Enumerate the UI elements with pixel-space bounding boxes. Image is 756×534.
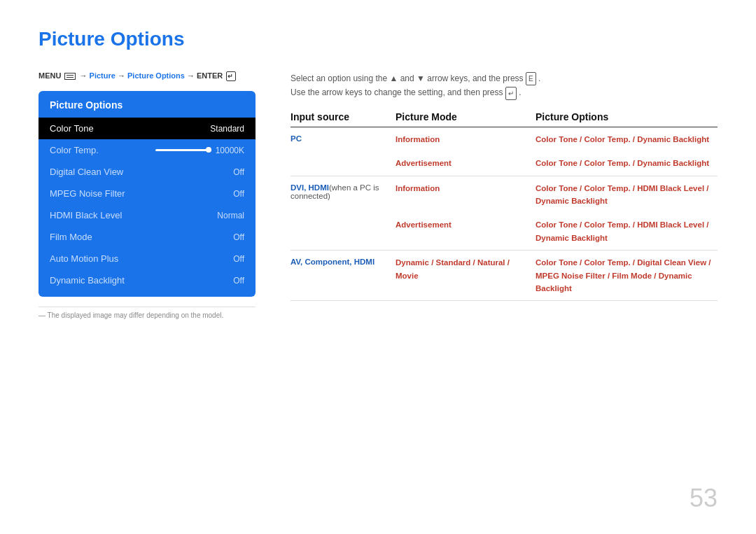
mode-dvi-adv: Advertisement [396, 218, 536, 244]
row-group-pc: PC Information Color Tone / Color Temp. … [290, 127, 718, 176]
menu-item-digital-clean-view[interactable]: Digital Clean View Off [38, 161, 255, 183]
color-temp-label: Color Temp. [50, 145, 99, 155]
menu-item-dynamic-backlight[interactable]: Dynamic Backlight Off [38, 269, 255, 291]
color-temp-value: 10000K [216, 146, 244, 155]
row-group-dvi: DVI, HDMI(when a PC is connected) Inform… [290, 176, 718, 251]
slider-thumb [206, 147, 211, 153]
auto-motion-label: Auto Motion Plus [50, 253, 118, 264]
color-temp-slider-container: 10000K [99, 146, 244, 155]
input-dvi-empty [290, 218, 396, 244]
menu-label: MENU [38, 71, 61, 80]
arrow1: → [80, 71, 88, 80]
dynamic-backlight-label: Dynamic Backlight [50, 275, 125, 286]
film-mode-label: Film Mode [50, 232, 92, 242]
mode-pc-adv: Advertisement [396, 157, 536, 169]
col-header-mode: Picture Mode [396, 111, 536, 122]
hdmi-black-value: Normal [217, 211, 244, 220]
arrow3: → [187, 71, 195, 80]
table-header: Input source Picture Mode Picture Option… [290, 111, 718, 127]
table-row: PC Information Color Tone / Color Temp. … [290, 127, 718, 151]
input-av: AV, Component, HDMI [290, 256, 396, 295]
menu-item-film-mode[interactable]: Film Mode Off [38, 226, 255, 248]
note-text: ― The displayed image may differ dependi… [38, 311, 255, 319]
left-panel: MENU → Picture → Picture Options → ENTER… [38, 71, 255, 319]
options-pc-info: Color Tone / Color Temp. / Dynamic Backl… [536, 133, 718, 146]
options-av: Color Tone / Color Temp. / Digital Clean… [536, 256, 718, 295]
options-dvi-adv: Color Tone / Color Temp. / HDMI Black Le… [536, 218, 718, 244]
instruction-line-2: Use the arrow keys to change the setting… [290, 85, 718, 99]
table-row: Advertisement Color Tone / Color Temp. /… [290, 151, 718, 175]
film-mode-value: Off [233, 232, 244, 242]
picture-link: Picture [90, 71, 115, 80]
input-dvi: DVI, HDMI(when a PC is connected) [290, 182, 396, 208]
color-tone-value: Standard [210, 124, 244, 134]
mpeg-noise-value: Off [233, 189, 244, 199]
mode-pc-info: Information [396, 133, 536, 146]
period2: . [519, 87, 521, 97]
color-temp-slider[interactable] [155, 149, 211, 151]
color-tone-label: Color Tone [50, 123, 94, 134]
instructions: Select an option using the ▲ and ▼ arrow… [290, 71, 718, 100]
right-panel: Select an option using the ▲ and ▼ arrow… [290, 71, 718, 319]
enter-label: ENTER [197, 71, 223, 80]
input-pc-empty [290, 157, 396, 169]
digital-clean-view-label: Digital Clean View [50, 167, 123, 177]
divider [38, 307, 255, 307]
table-row: Advertisement Color Tone / Color Temp. /… [290, 213, 718, 250]
options-table: Input source Picture Mode Picture Option… [290, 111, 718, 302]
mode-dvi-info: Information [396, 182, 536, 208]
digital-clean-view-value: Off [233, 167, 244, 177]
table-row: AV, Component, HDMI Dynamic / Standard /… [290, 251, 718, 300]
dynamic-backlight-value: Off [233, 276, 244, 286]
menu-item-mpeg-noise[interactable]: MPEG Noise Filter Off [38, 183, 255, 204]
auto-motion-value: Off [233, 254, 244, 264]
mode-av: Dynamic / Standard / Natural / Movie [396, 256, 536, 295]
box-title: Picture Options [38, 91, 255, 118]
menu-item-color-temp[interactable]: Color Temp. 10000K [38, 139, 255, 161]
picture-options-menu: Picture Options Color Tone Standard Colo… [38, 91, 255, 297]
confirm-key-icon: E [526, 72, 536, 85]
table-row: DVI, HDMI(when a PC is connected) Inform… [290, 176, 718, 213]
menu-item-hdmi-black[interactable]: HDMI Black Level Normal [38, 204, 255, 226]
options-link: Picture Options [127, 71, 185, 80]
page-number: 53 [690, 484, 718, 513]
enter-icon [226, 71, 236, 81]
period: . [538, 73, 540, 83]
options-pc-adv: Color Tone / Color Temp. / Dynamic Backl… [536, 157, 718, 169]
menu-icon [64, 73, 76, 80]
arrow2: → [118, 71, 125, 80]
menu-item-color-tone[interactable]: Color Tone Standard [38, 118, 255, 139]
breadcrumb: MENU → Picture → Picture Options → ENTER [38, 71, 255, 81]
page-title: Picture Options [38, 28, 718, 50]
instruction-line-1: Select an option using the ▲ and ▼ arrow… [290, 71, 718, 85]
options-dvi-info: Color Tone / Color Temp. / HDMI Black Le… [536, 182, 718, 208]
mpeg-noise-label: MPEG Noise Filter [50, 188, 125, 199]
return-key-icon: ↵ [505, 87, 517, 100]
menu-item-auto-motion[interactable]: Auto Motion Plus Off [38, 248, 255, 269]
col-header-input: Input source [290, 111, 396, 122]
input-pc: PC [290, 133, 396, 146]
hdmi-black-label: HDMI Black Level [50, 210, 122, 220]
col-header-options: Picture Options [536, 111, 718, 122]
row-group-av: AV, Component, HDMI Dynamic / Standard /… [290, 251, 718, 301]
